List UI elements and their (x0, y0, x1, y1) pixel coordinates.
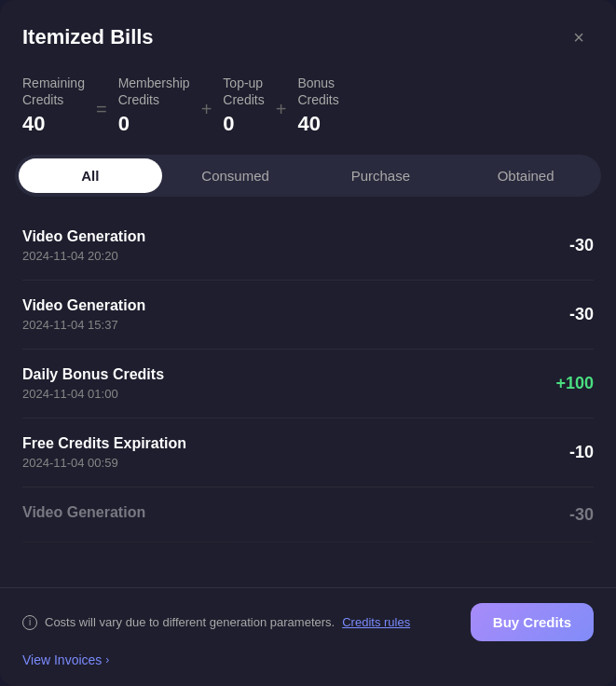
buy-credits-button[interactable]: Buy Credits (471, 603, 594, 641)
transaction-amount: -10 (569, 443, 594, 462)
transaction-info: Video Generation 2024-11-04 20:20 (22, 228, 145, 263)
membership-credits-item: MembershipCredits 0 (118, 75, 190, 136)
transaction-info: Daily Bonus Credits 2024-11-04 01:00 (22, 366, 164, 401)
transaction-name: Free Credits Expiration (22, 435, 186, 452)
plus-separator-2: + (276, 91, 287, 120)
transaction-date: 2024-11-04 00:59 (22, 456, 186, 470)
tabs-container: All Consumed Purchase Obtained (0, 155, 616, 197)
bonus-credits-value: 40 (297, 112, 338, 136)
transaction-name: Video Generation (22, 297, 145, 314)
tabs-bar: All Consumed Purchase Obtained (15, 155, 601, 197)
topup-credits-item: Top-upCredits 0 (223, 75, 264, 136)
transaction-info: Video Generation (22, 504, 145, 525)
remaining-credits-value: 40 (22, 112, 85, 136)
topup-credits-value: 0 (223, 112, 264, 136)
view-invoices-link[interactable]: View Invoices › (22, 652, 109, 667)
table-row: Video Generation 2024-11-04 15:37 -30 (22, 281, 594, 350)
chevron-right-icon: › (105, 653, 109, 666)
topup-credits-label: Top-upCredits (223, 75, 264, 108)
transaction-name: Video Generation (22, 504, 145, 521)
transaction-date: 2024-11-04 01:00 (22, 387, 164, 401)
transaction-amount: -30 (569, 305, 594, 324)
footer-bottom: View Invoices › (22, 652, 594, 667)
transaction-name: Daily Bonus Credits (22, 366, 164, 383)
tab-all[interactable]: All (19, 158, 162, 193)
transaction-amount: +100 (555, 374, 594, 393)
tab-purchase[interactable]: Purchase (309, 158, 453, 193)
info-icon: i (22, 615, 37, 630)
remaining-credits-item: RemainingCredits 40 (22, 75, 85, 136)
modal-header: Itemized Bills × (0, 0, 616, 67)
footer-top: i Costs will vary due to different gener… (22, 603, 594, 641)
membership-credits-label: MembershipCredits (118, 75, 190, 108)
transaction-amount: -30 (569, 505, 594, 525)
transaction-name: Video Generation (22, 228, 145, 245)
itemized-bills-modal: Itemized Bills × RemainingCredits 40 = M… (0, 0, 616, 686)
bonus-credits-item: BonusCredits 40 (297, 75, 338, 136)
membership-credits-value: 0 (118, 112, 190, 136)
footer-info-text: Costs will vary due to different generat… (45, 615, 335, 629)
modal-title: Itemized Bills (22, 25, 154, 49)
equals-separator: = (96, 91, 107, 120)
view-invoices-label: View Invoices (22, 652, 102, 667)
transaction-info: Video Generation 2024-11-04 15:37 (22, 297, 145, 332)
credits-rules-link[interactable]: Credits rules (342, 615, 410, 629)
remaining-credits-label: RemainingCredits (22, 75, 85, 108)
footer: i Costs will vary due to different gener… (0, 587, 616, 686)
transaction-date: 2024-11-04 20:20 (22, 249, 145, 263)
transaction-info: Free Credits Expiration 2024-11-04 00:59 (22, 435, 186, 470)
table-row: Video Generation 2024-11-04 20:20 -30 (22, 212, 594, 281)
table-row: Free Credits Expiration 2024-11-04 00:59… (22, 418, 594, 487)
transaction-date: 2024-11-04 15:37 (22, 318, 145, 332)
transactions-list: Video Generation 2024-11-04 20:20 -30 Vi… (0, 204, 616, 587)
table-row: Video Generation -30 (22, 487, 594, 542)
credits-summary: RemainingCredits 40 = MembershipCredits … (0, 67, 616, 155)
footer-info: i Costs will vary due to different gener… (22, 615, 410, 630)
tab-consumed[interactable]: Consumed (164, 158, 308, 193)
plus-separator-1: + (201, 91, 212, 120)
table-row: Daily Bonus Credits 2024-11-04 01:00 +10… (22, 350, 594, 418)
bonus-credits-label: BonusCredits (297, 75, 338, 108)
close-button[interactable]: × (564, 22, 594, 52)
tab-obtained[interactable]: Obtained (454, 158, 597, 193)
transaction-amount: -30 (569, 236, 594, 255)
